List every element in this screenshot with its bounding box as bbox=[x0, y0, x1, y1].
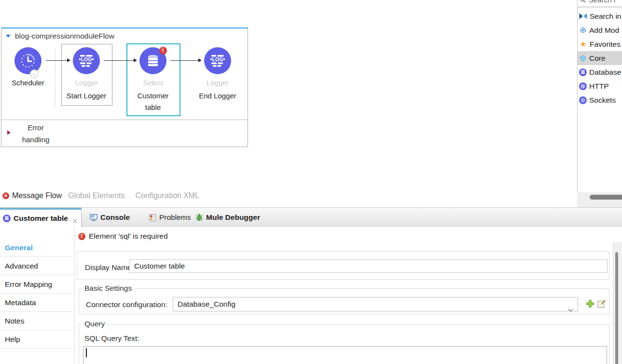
palette-search-input[interactable]: Search i bbox=[578, 0, 622, 7]
console-icon bbox=[90, 214, 97, 221]
view-tab-label: Mule Debugger bbox=[206, 213, 260, 222]
selected-option: Database_Config bbox=[178, 300, 235, 308]
connector-configuration-select[interactable]: Database_Config bbox=[173, 297, 578, 311]
palette-horizontal-scrollbar[interactable] bbox=[577, 192, 622, 207]
node-label: End Logger bbox=[190, 90, 246, 102]
palette-search-text: Search i bbox=[589, 0, 615, 4]
error-marker-icon: ✕ bbox=[2, 192, 9, 199]
palette-item-label: Database bbox=[589, 68, 621, 77]
display-name-input[interactable] bbox=[129, 259, 608, 273]
flow-canvas: → LOG bbox=[1, 43, 248, 120]
properties-sidebar: General Advanced Error Mapping Metadata … bbox=[0, 239, 74, 349]
mule-palette: Search i Search in ⊕ Add Mod ★ Favorites… bbox=[577, 0, 622, 192]
palette-item-label: HTTP bbox=[589, 82, 608, 91]
sidebar-item-notes[interactable]: Notes bbox=[0, 312, 74, 330]
view-tab-label: Problems bbox=[159, 213, 191, 222]
end-logger-node[interactable]: LOG bbox=[204, 47, 231, 74]
display-name-group: Display Name: bbox=[77, 251, 609, 280]
connector-configuration-label: Connector configuration: bbox=[86, 300, 167, 309]
flow-panel: blog-compressionmoduleFlow bbox=[1, 27, 248, 147]
group-legend: Basic Settings bbox=[82, 284, 134, 293]
anypoint-studio-window: blog-compressionmoduleFlow bbox=[0, 0, 622, 364]
palette-item-sockets[interactable]: Sockets bbox=[578, 93, 622, 107]
sql-query-textarea[interactable] bbox=[83, 346, 607, 364]
start-logger-node[interactable]: LOG bbox=[73, 47, 100, 74]
edit-pencil-icon bbox=[597, 299, 606, 308]
svg-text:LOG: LOG bbox=[212, 56, 223, 62]
sockets-icon bbox=[579, 96, 587, 104]
node-label: Customer table bbox=[130, 90, 176, 113]
database-cylinder-icon bbox=[147, 54, 159, 67]
basic-settings-group: Basic Settings Connector configuration: … bbox=[79, 288, 609, 314]
node-label: Start Logger bbox=[58, 90, 114, 102]
expand-caret-icon[interactable] bbox=[7, 130, 11, 135]
error-marker-icon: ! bbox=[78, 233, 85, 240]
palette-item-label: Sockets bbox=[589, 96, 616, 105]
error-handling-section[interactable]: Error handling bbox=[1, 120, 248, 146]
database-icon bbox=[3, 215, 11, 222]
palette-item-search-in-exchange[interactable]: Search in bbox=[578, 9, 622, 23]
validation-error-message: Element 'sql' is required bbox=[89, 232, 168, 241]
flow-title: blog-compressionmoduleFlow bbox=[15, 32, 114, 40]
node-label: Scheduler bbox=[1, 77, 55, 89]
palette-item-core[interactable]: Core bbox=[578, 51, 622, 65]
scrollbar-thumb[interactable] bbox=[615, 252, 618, 364]
view-tab-console[interactable]: Console bbox=[90, 208, 130, 227]
view-tab-customer-table[interactable]: Customer table bbox=[0, 208, 82, 227]
sidebar-item-advanced[interactable]: Advanced bbox=[0, 257, 74, 275]
sidebar-item-general[interactable]: General bbox=[0, 239, 74, 257]
view-tab-problems[interactable]: Problems bbox=[149, 208, 191, 227]
tab-configuration-xml[interactable]: Configuration XML bbox=[136, 191, 200, 200]
view-tab-label: Customer table bbox=[14, 214, 68, 223]
palette-item-database[interactable]: Database bbox=[578, 65, 622, 79]
scheduler-clock-icon bbox=[19, 52, 37, 69]
view-tab-bar: Customer table Console Problems bbox=[0, 207, 622, 227]
palette-item-label: Add Mod bbox=[589, 26, 619, 35]
node-type-label: Logger bbox=[190, 77, 246, 89]
display-name-label: Display Name: bbox=[85, 263, 134, 272]
scrollbar-thumb[interactable] bbox=[590, 195, 622, 200]
star-icon: ★ bbox=[579, 40, 587, 48]
close-icon[interactable] bbox=[72, 217, 78, 226]
node-error-badge-icon: ! bbox=[159, 47, 167, 54]
palette-item-label: Favorites bbox=[590, 40, 621, 49]
flow-arrow bbox=[46, 60, 67, 61]
logger-icon: LOG bbox=[210, 55, 225, 67]
error-handling-label: Error handling bbox=[16, 121, 55, 146]
add-config-button[interactable] bbox=[586, 299, 594, 308]
source-divider bbox=[55, 49, 55, 106]
flow-header[interactable]: blog-compressionmoduleFlow bbox=[1, 28, 248, 43]
tab-message-flow[interactable]: Message Flow bbox=[12, 191, 62, 200]
chevron-down-icon[interactable] bbox=[568, 303, 573, 316]
properties-vertical-scrollbar[interactable] bbox=[613, 242, 622, 364]
flow-arrow bbox=[170, 60, 198, 61]
query-group: Query SQL Query Text: bbox=[79, 324, 609, 364]
palette-item-add-modules[interactable]: ⊕ Add Mod bbox=[578, 23, 622, 37]
core-icon bbox=[579, 54, 587, 62]
palette-item-label: Core bbox=[589, 54, 606, 63]
http-icon bbox=[579, 82, 587, 90]
sidebar-divider bbox=[74, 228, 75, 364]
palette-item-label: Search in bbox=[590, 12, 621, 21]
sidebar-item-help[interactable]: Help bbox=[0, 330, 74, 349]
plus-icon bbox=[586, 299, 594, 308]
svg-text:LOG: LOG bbox=[81, 56, 92, 62]
database-icon bbox=[579, 68, 587, 76]
edit-config-button[interactable] bbox=[597, 299, 606, 308]
palette-item-favorites[interactable]: ★ Favorites bbox=[578, 37, 622, 51]
collapse-caret-icon[interactable] bbox=[6, 35, 11, 38]
exchange-icon bbox=[579, 13, 587, 19]
view-tab-mule-debugger[interactable]: Mule Debugger bbox=[195, 208, 260, 227]
sidebar-item-error-mapping[interactable]: Error Mapping bbox=[0, 275, 74, 294]
scheduler-node[interactable] bbox=[14, 47, 41, 74]
group-legend: Query bbox=[82, 320, 107, 328]
palette-item-http[interactable]: HTTP bbox=[578, 79, 622, 93]
flow-arrow bbox=[104, 60, 134, 61]
node-type-label: Select bbox=[125, 77, 181, 89]
text-caret bbox=[86, 348, 87, 357]
sidebar-item-metadata[interactable]: Metadata bbox=[0, 294, 74, 312]
tab-global-elements[interactable]: Global Elements bbox=[68, 191, 124, 200]
problems-icon bbox=[149, 214, 156, 221]
sql-query-text-label: SQL Query Text: bbox=[84, 334, 139, 343]
add-circle-icon: ⊕ bbox=[579, 27, 587, 34]
